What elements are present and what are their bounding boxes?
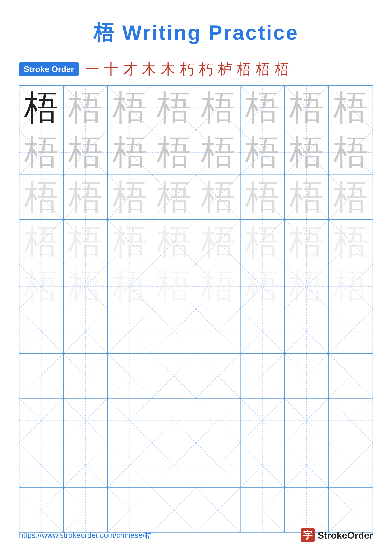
grid-cell-3-5[interactable]: 梧 <box>241 220 285 264</box>
grid-cell-6-5[interactable] <box>241 354 285 398</box>
grid-cell-4-6[interactable]: 梧 <box>285 264 329 309</box>
grid-cell-3-1[interactable]: 梧 <box>64 220 108 264</box>
grid-cell-2-2[interactable]: 梧 <box>108 175 152 219</box>
practice-char: 梧 <box>201 269 235 304</box>
grid-cell-5-2[interactable] <box>108 309 152 353</box>
grid-cell-3-0[interactable]: 梧 <box>20 220 64 264</box>
grid-cell-2-4[interactable]: 梧 <box>196 175 241 219</box>
grid-cell-3-7[interactable]: 梧 <box>329 220 373 264</box>
grid-cell-9-0[interactable] <box>20 488 64 532</box>
grid-cell-4-3[interactable]: 梧 <box>152 264 196 309</box>
grid-cell-6-7[interactable] <box>329 354 373 398</box>
grid-cell-2-5[interactable]: 梧 <box>241 175 285 219</box>
grid-cell-3-3[interactable]: 梧 <box>152 220 196 264</box>
grid-cell-0-7[interactable]: 梧 <box>329 86 373 130</box>
grid-cell-2-0[interactable]: 梧 <box>20 175 64 219</box>
grid-cell-0-2[interactable]: 梧 <box>108 86 152 130</box>
grid-row-8[interactable] <box>20 443 372 488</box>
grid-cell-6-2[interactable] <box>108 354 152 398</box>
grid-cell-2-3[interactable]: 梧 <box>152 175 196 219</box>
practice-char: 梧 <box>334 135 368 170</box>
footer-url[interactable]: https://www.strokeorder.com/chinese/梧 <box>19 530 152 540</box>
grid-cell-7-4[interactable] <box>196 399 241 443</box>
svg-line-172 <box>152 309 196 353</box>
grid-cell-3-2[interactable]: 梧 <box>108 220 152 264</box>
practice-grid[interactable]: 梧梧梧梧梧梧梧梧梧梧梧梧梧梧梧梧梧梧梧梧梧梧梧梧梧梧梧梧梧梧梧梧梧梧梧梧梧梧梧梧 <box>19 85 373 533</box>
grid-cell-0-5[interactable]: 梧 <box>241 86 285 130</box>
grid-cell-0-4[interactable]: 梧 <box>196 86 241 130</box>
grid-cell-3-4[interactable]: 梧 <box>196 220 241 264</box>
grid-cell-6-3[interactable] <box>152 354 196 398</box>
grid-cell-2-6[interactable]: 梧 <box>285 175 329 219</box>
grid-row-1[interactable]: 梧梧梧梧梧梧梧梧 <box>20 130 372 175</box>
grid-cell-6-6[interactable] <box>285 354 329 398</box>
grid-cell-9-3[interactable] <box>152 488 196 532</box>
grid-cell-8-2[interactable] <box>108 443 152 488</box>
grid-cell-3-6[interactable]: 梧 <box>285 220 329 264</box>
grid-cell-9-2[interactable] <box>108 488 152 532</box>
grid-cell-5-0[interactable] <box>20 309 64 353</box>
grid-row-2[interactable]: 梧梧梧梧梧梧梧梧 <box>20 175 372 220</box>
grid-cell-5-4[interactable] <box>196 309 241 353</box>
grid-cell-4-2[interactable]: 梧 <box>108 264 152 309</box>
grid-cell-0-3[interactable]: 梧 <box>152 86 196 130</box>
grid-cell-9-5[interactable] <box>241 488 285 532</box>
svg-line-209 <box>196 354 240 398</box>
grid-cell-5-7[interactable] <box>329 309 373 353</box>
grid-row-0[interactable]: 梧梧梧梧梧梧梧梧 <box>20 86 372 130</box>
grid-cell-5-6[interactable] <box>285 309 329 353</box>
grid-cell-6-0[interactable] <box>20 354 64 398</box>
grid-cell-0-0[interactable]: 梧 <box>20 86 64 130</box>
grid-cell-4-7[interactable]: 梧 <box>329 264 373 309</box>
grid-cell-6-4[interactable] <box>196 354 241 398</box>
grid-cell-2-7[interactable]: 梧 <box>329 175 373 219</box>
grid-row-7[interactable] <box>20 399 372 443</box>
grid-cell-1-3[interactable]: 梧 <box>152 130 196 175</box>
grid-cell-7-3[interactable] <box>152 399 196 443</box>
grid-cell-1-5[interactable]: 梧 <box>241 130 285 175</box>
grid-row-4[interactable]: 梧梧梧梧梧梧梧梧 <box>20 264 372 309</box>
grid-cell-9-4[interactable] <box>196 488 241 532</box>
grid-row-5[interactable] <box>20 309 372 354</box>
grid-cell-5-1[interactable] <box>64 309 108 353</box>
grid-cell-4-5[interactable]: 梧 <box>241 264 285 309</box>
grid-cell-2-1[interactable]: 梧 <box>64 175 108 219</box>
grid-row-9[interactable] <box>20 488 372 532</box>
grid-cell-7-7[interactable] <box>329 399 373 443</box>
grid-cell-8-6[interactable] <box>285 443 329 488</box>
grid-cell-5-3[interactable] <box>152 309 196 353</box>
practice-char: 梧 <box>201 225 235 259</box>
grid-cell-9-7[interactable] <box>329 488 373 532</box>
stroke-char-7: 朽 <box>199 59 213 79</box>
grid-cell-5-5[interactable] <box>241 309 285 353</box>
grid-cell-1-2[interactable]: 梧 <box>108 130 152 175</box>
grid-row-6[interactable] <box>20 354 372 399</box>
grid-cell-8-4[interactable] <box>196 443 241 488</box>
grid-cell-4-0[interactable]: 梧 <box>20 264 64 309</box>
grid-cell-7-5[interactable] <box>241 399 285 443</box>
grid-cell-1-1[interactable]: 梧 <box>64 130 108 175</box>
grid-cell-8-7[interactable] <box>329 443 373 488</box>
practice-char: 梧 <box>113 180 147 214</box>
grid-cell-4-1[interactable]: 梧 <box>64 264 108 309</box>
grid-cell-8-5[interactable] <box>241 443 285 488</box>
grid-row-3[interactable]: 梧梧梧梧梧梧梧梧 <box>20 220 372 264</box>
grid-cell-7-2[interactable] <box>108 399 152 443</box>
svg-line-169 <box>108 309 152 353</box>
grid-cell-8-1[interactable] <box>64 443 108 488</box>
grid-cell-1-0[interactable]: 梧 <box>20 130 64 175</box>
grid-cell-0-6[interactable]: 梧 <box>285 86 329 130</box>
grid-cell-4-4[interactable]: 梧 <box>196 264 241 309</box>
grid-cell-7-6[interactable] <box>285 399 329 443</box>
grid-cell-9-1[interactable] <box>64 488 108 532</box>
grid-cell-1-4[interactable]: 梧 <box>196 130 241 175</box>
grid-cell-7-1[interactable] <box>64 399 108 443</box>
grid-cell-6-1[interactable] <box>64 354 108 398</box>
grid-cell-1-7[interactable]: 梧 <box>329 130 373 175</box>
grid-cell-1-6[interactable]: 梧 <box>285 130 329 175</box>
grid-cell-7-0[interactable] <box>20 399 64 443</box>
grid-cell-0-1[interactable]: 梧 <box>64 86 108 130</box>
grid-cell-8-3[interactable] <box>152 443 196 488</box>
grid-cell-9-6[interactable] <box>285 488 329 532</box>
grid-cell-8-0[interactable] <box>20 443 64 488</box>
